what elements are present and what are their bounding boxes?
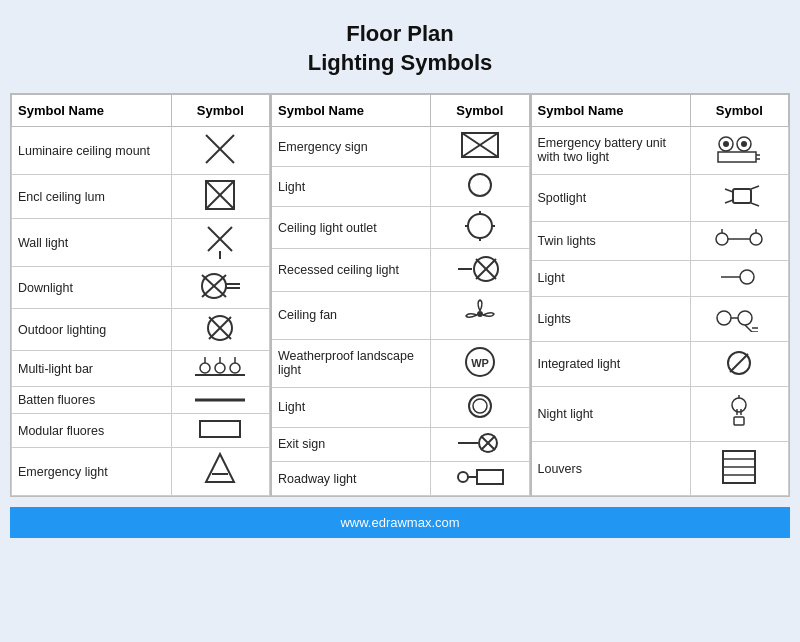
row-name: Exit sign [271, 427, 431, 461]
svg-line-63 [751, 203, 759, 206]
svg-text:WP: WP [471, 357, 489, 369]
page-title: Floor PlanLighting Symbols [308, 20, 493, 77]
svg-point-31 [468, 214, 492, 238]
row-name: Lights [531, 296, 691, 341]
table3-header-name: Symbol Name [531, 95, 691, 127]
row-symbol [690, 222, 788, 260]
svg-point-71 [717, 311, 731, 325]
row-name: Multi-light bar [12, 351, 172, 387]
row-symbol [690, 260, 788, 296]
tables-container: Symbol Name Symbol Luminaire ceiling mou… [10, 93, 790, 497]
svg-point-55 [741, 141, 747, 147]
table-row: Integrated light [531, 342, 789, 387]
table-row: Recessed ceiling light [271, 249, 529, 291]
table-row: Exit sign [271, 427, 529, 461]
table2-header-name: Symbol Name [271, 95, 431, 127]
row-symbol [690, 342, 788, 387]
table1-header-name: Symbol Name [12, 95, 172, 127]
row-name: Encl ceiling lum [12, 175, 172, 219]
svg-point-44 [473, 399, 487, 413]
row-symbol [171, 448, 269, 496]
row-symbol [690, 127, 788, 175]
row-name: Downlight [12, 267, 172, 309]
table-row: Encl ceiling lum [12, 175, 270, 219]
svg-line-62 [751, 186, 759, 189]
row-name: Luminaire ceiling mount [12, 127, 172, 175]
table-2: Symbol Name Symbol Emergency sign Light [270, 94, 530, 496]
row-name: Roadway light [271, 462, 431, 496]
row-symbol [431, 291, 529, 339]
table-row: Ceiling light outlet [271, 207, 529, 249]
table-row: Downlight [12, 267, 270, 309]
svg-rect-79 [734, 417, 744, 425]
table-row: Louvers [531, 441, 789, 495]
svg-line-60 [725, 189, 733, 192]
svg-rect-56 [718, 152, 756, 162]
table-row: Modular fluores [12, 414, 270, 448]
row-symbol: WP [431, 339, 529, 387]
row-name: Night light [531, 387, 691, 441]
svg-rect-24 [200, 421, 240, 437]
row-name: Light [531, 260, 691, 296]
table-row: Multi-light bar [12, 351, 270, 387]
row-symbol [171, 267, 269, 309]
table-row: Light [271, 167, 529, 207]
svg-line-78 [730, 354, 748, 372]
table3-header-symbol: Symbol [690, 95, 788, 127]
row-symbol [431, 387, 529, 427]
row-name: Integrated light [531, 342, 691, 387]
row-name: Batten fluores [12, 387, 172, 414]
svg-rect-51 [477, 470, 503, 484]
row-name: Wall light [12, 219, 172, 267]
row-symbol [171, 127, 269, 175]
row-name: Light [271, 167, 431, 207]
svg-point-69 [740, 270, 754, 284]
row-name: Ceiling light outlet [271, 207, 431, 249]
table-1: Symbol Name Symbol Luminaire ceiling mou… [11, 94, 270, 496]
svg-point-64 [716, 233, 728, 245]
row-name: Emergency light [12, 448, 172, 496]
svg-point-49 [458, 472, 468, 482]
svg-point-82 [732, 398, 746, 412]
row-symbol [171, 309, 269, 351]
table-row: Emergency battery unit with two light [531, 127, 789, 175]
row-symbol [171, 175, 269, 219]
table-row: Light [531, 260, 789, 296]
table-row: Luminaire ceiling mount [12, 127, 270, 175]
row-name: Modular fluores [12, 414, 172, 448]
row-symbol [171, 219, 269, 267]
row-symbol [431, 249, 529, 291]
table-row: Spotlight [531, 174, 789, 222]
table-row: Ceiling fan [271, 291, 529, 339]
row-symbol [431, 167, 529, 207]
table1-header-symbol: Symbol [171, 95, 269, 127]
row-name: Spotlight [531, 174, 691, 222]
row-symbol [431, 127, 529, 167]
svg-point-73 [738, 311, 752, 325]
row-name: Weatherproof landscape light [271, 339, 431, 387]
table-row: Batten fluores [12, 387, 270, 414]
row-name: Light [271, 387, 431, 427]
row-symbol [431, 427, 529, 461]
row-symbol [431, 462, 529, 496]
row-name: Recessed ceiling light [271, 249, 431, 291]
row-name: Emergency battery unit with two light [531, 127, 691, 175]
row-name: Louvers [531, 441, 691, 495]
table-3: Symbol Name Symbol Emergency battery uni… [530, 94, 790, 496]
row-symbol [171, 387, 269, 414]
table-row: Roadway light [271, 462, 529, 496]
svg-point-19 [215, 363, 225, 373]
svg-point-17 [200, 363, 210, 373]
svg-point-53 [723, 141, 729, 147]
svg-point-40 [477, 311, 483, 317]
row-name: Emergency sign [271, 127, 431, 167]
row-symbol [171, 351, 269, 387]
row-symbol [690, 174, 788, 222]
table-row: Twin lights [531, 222, 789, 260]
svg-point-30 [469, 174, 491, 196]
row-name: Twin lights [531, 222, 691, 260]
table-row: Lights [531, 296, 789, 341]
table-row: Emergency sign [271, 127, 529, 167]
table2-header-symbol: Symbol [431, 95, 529, 127]
table-row: Wall light [12, 219, 270, 267]
